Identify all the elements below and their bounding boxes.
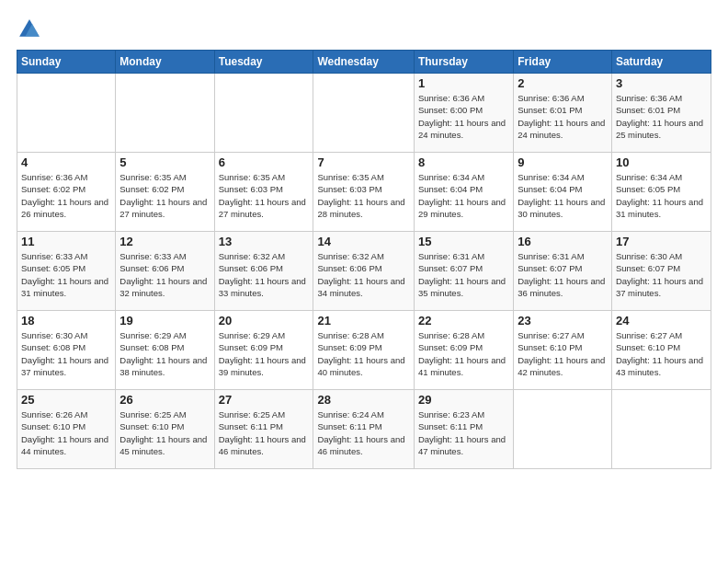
day-number: 11: [21, 235, 111, 248]
day-info: Sunrise: 6:30 AM Sunset: 6:08 PM Dayligh…: [21, 329, 111, 378]
weekday-header: Saturday: [611, 51, 711, 74]
day-number: 13: [219, 235, 310, 248]
calendar-cell: [514, 390, 612, 469]
weekday-header: Monday: [116, 51, 214, 74]
day-number: 7: [317, 155, 409, 169]
weekday-header: Wednesday: [313, 51, 414, 74]
day-number: 6: [219, 155, 310, 169]
day-number: 23: [518, 314, 608, 327]
calendar-cell: 26Sunrise: 6:25 AM Sunset: 6:10 PM Dayli…: [116, 390, 214, 469]
day-info: Sunrise: 6:34 AM Sunset: 6:05 PM Dayligh…: [616, 171, 707, 220]
calendar-cell: [116, 74, 214, 153]
weekday-header: Tuesday: [214, 51, 313, 74]
day-info: Sunrise: 6:35 AM Sunset: 6:03 PM Dayligh…: [219, 171, 310, 220]
weekday-header: Thursday: [414, 51, 513, 74]
day-number: 14: [317, 235, 409, 248]
day-number: 15: [418, 235, 509, 248]
day-info: Sunrise: 6:32 AM Sunset: 6:06 PM Dayligh…: [317, 250, 409, 299]
day-number: 21: [317, 314, 409, 327]
day-info: Sunrise: 6:29 AM Sunset: 6:09 PM Dayligh…: [219, 329, 310, 378]
calendar-cell: 25Sunrise: 6:26 AM Sunset: 6:10 PM Dayli…: [17, 390, 116, 469]
day-info: Sunrise: 6:31 AM Sunset: 6:07 PM Dayligh…: [518, 250, 608, 299]
calendar-cell: 15Sunrise: 6:31 AM Sunset: 6:07 PM Dayli…: [414, 232, 513, 311]
day-number: 17: [616, 235, 707, 248]
day-info: Sunrise: 6:27 AM Sunset: 6:10 PM Dayligh…: [616, 329, 707, 378]
calendar-cell: 8Sunrise: 6:34 AM Sunset: 6:04 PM Daylig…: [414, 153, 513, 232]
day-number: 2: [518, 76, 608, 90]
day-number: 25: [21, 393, 111, 407]
calendar-cell: 2Sunrise: 6:36 AM Sunset: 6:01 PM Daylig…: [514, 74, 612, 153]
day-number: 22: [418, 314, 509, 327]
day-number: 24: [616, 314, 707, 327]
calendar-cell: 1Sunrise: 6:36 AM Sunset: 6:00 PM Daylig…: [414, 74, 513, 153]
day-info: Sunrise: 6:36 AM Sunset: 6:01 PM Dayligh…: [518, 92, 608, 141]
calendar-cell: 19Sunrise: 6:29 AM Sunset: 6:08 PM Dayli…: [116, 311, 214, 390]
calendar-cell: 11Sunrise: 6:33 AM Sunset: 6:05 PM Dayli…: [17, 232, 116, 311]
weekday-header: Sunday: [17, 51, 116, 74]
calendar-cell: 10Sunrise: 6:34 AM Sunset: 6:05 PM Dayli…: [611, 153, 711, 232]
day-number: 4: [21, 155, 111, 169]
day-number: 20: [219, 314, 310, 327]
calendar-cell: 16Sunrise: 6:31 AM Sunset: 6:07 PM Dayli…: [514, 232, 612, 311]
calendar-cell: 13Sunrise: 6:32 AM Sunset: 6:06 PM Dayli…: [214, 232, 313, 311]
day-number: 1: [418, 76, 509, 90]
calendar-cell: 21Sunrise: 6:28 AM Sunset: 6:09 PM Dayli…: [313, 311, 414, 390]
day-number: 10: [616, 155, 707, 169]
day-info: Sunrise: 6:31 AM Sunset: 6:07 PM Dayligh…: [418, 250, 509, 299]
day-number: 8: [418, 155, 509, 169]
calendar-cell: 24Sunrise: 6:27 AM Sunset: 6:10 PM Dayli…: [611, 311, 711, 390]
day-info: Sunrise: 6:26 AM Sunset: 6:10 PM Dayligh…: [21, 408, 111, 457]
calendar-cell: 6Sunrise: 6:35 AM Sunset: 6:03 PM Daylig…: [214, 153, 313, 232]
day-number: 16: [518, 235, 608, 248]
day-info: Sunrise: 6:33 AM Sunset: 6:06 PM Dayligh…: [119, 250, 210, 299]
day-number: 26: [119, 393, 210, 407]
day-info: Sunrise: 6:29 AM Sunset: 6:08 PM Dayligh…: [119, 329, 210, 378]
day-info: Sunrise: 6:32 AM Sunset: 6:06 PM Dayligh…: [219, 250, 310, 299]
day-info: Sunrise: 6:25 AM Sunset: 6:10 PM Dayligh…: [119, 408, 210, 457]
calendar-cell: [611, 390, 711, 469]
calendar-cell: 29Sunrise: 6:23 AM Sunset: 6:11 PM Dayli…: [414, 390, 513, 469]
day-info: Sunrise: 6:23 AM Sunset: 6:11 PM Dayligh…: [418, 408, 509, 457]
logo: [17, 17, 46, 42]
day-info: Sunrise: 6:34 AM Sunset: 6:04 PM Dayligh…: [418, 171, 509, 220]
day-number: 29: [418, 393, 509, 407]
day-number: 9: [518, 155, 608, 169]
day-info: Sunrise: 6:36 AM Sunset: 6:01 PM Dayligh…: [616, 92, 707, 141]
day-number: 27: [219, 393, 310, 407]
calendar-cell: 17Sunrise: 6:30 AM Sunset: 6:07 PM Dayli…: [611, 232, 711, 311]
day-number: 3: [616, 76, 707, 90]
day-number: 12: [119, 235, 210, 248]
calendar-cell: 7Sunrise: 6:35 AM Sunset: 6:03 PM Daylig…: [313, 153, 414, 232]
day-info: Sunrise: 6:36 AM Sunset: 6:00 PM Dayligh…: [418, 92, 509, 141]
calendar-cell: 9Sunrise: 6:34 AM Sunset: 6:04 PM Daylig…: [514, 153, 612, 232]
calendar-cell: [214, 74, 313, 153]
day-number: 5: [119, 155, 210, 169]
calendar-cell: 12Sunrise: 6:33 AM Sunset: 6:06 PM Dayli…: [116, 232, 214, 311]
day-info: Sunrise: 6:35 AM Sunset: 6:02 PM Dayligh…: [119, 171, 210, 220]
calendar-cell: 28Sunrise: 6:24 AM Sunset: 6:11 PM Dayli…: [313, 390, 414, 469]
calendar-cell: 18Sunrise: 6:30 AM Sunset: 6:08 PM Dayli…: [17, 311, 116, 390]
day-info: Sunrise: 6:24 AM Sunset: 6:11 PM Dayligh…: [317, 408, 409, 457]
day-info: Sunrise: 6:34 AM Sunset: 6:04 PM Dayligh…: [518, 171, 608, 220]
weekday-header: Friday: [514, 51, 612, 74]
calendar-cell: 4Sunrise: 6:36 AM Sunset: 6:02 PM Daylig…: [17, 153, 116, 232]
calendar-cell: [313, 74, 414, 153]
calendar-cell: 5Sunrise: 6:35 AM Sunset: 6:02 PM Daylig…: [116, 153, 214, 232]
calendar-cell: 23Sunrise: 6:27 AM Sunset: 6:10 PM Dayli…: [514, 311, 612, 390]
day-info: Sunrise: 6:33 AM Sunset: 6:05 PM Dayligh…: [21, 250, 111, 299]
day-number: 28: [317, 393, 409, 407]
calendar-cell: 27Sunrise: 6:25 AM Sunset: 6:11 PM Dayli…: [214, 390, 313, 469]
page-header: [17, 17, 711, 42]
day-info: Sunrise: 6:28 AM Sunset: 6:09 PM Dayligh…: [418, 329, 509, 378]
day-info: Sunrise: 6:25 AM Sunset: 6:11 PM Dayligh…: [219, 408, 310, 457]
calendar-cell: [17, 74, 116, 153]
calendar-cell: 3Sunrise: 6:36 AM Sunset: 6:01 PM Daylig…: [611, 74, 711, 153]
calendar-cell: 20Sunrise: 6:29 AM Sunset: 6:09 PM Dayli…: [214, 311, 313, 390]
day-number: 18: [21, 314, 111, 327]
day-info: Sunrise: 6:28 AM Sunset: 6:09 PM Dayligh…: [317, 329, 409, 378]
day-number: 19: [119, 314, 210, 327]
calendar-cell: 22Sunrise: 6:28 AM Sunset: 6:09 PM Dayli…: [414, 311, 513, 390]
day-info: Sunrise: 6:30 AM Sunset: 6:07 PM Dayligh…: [616, 250, 707, 299]
day-info: Sunrise: 6:36 AM Sunset: 6:02 PM Dayligh…: [21, 171, 111, 220]
day-info: Sunrise: 6:35 AM Sunset: 6:03 PM Dayligh…: [317, 171, 409, 220]
